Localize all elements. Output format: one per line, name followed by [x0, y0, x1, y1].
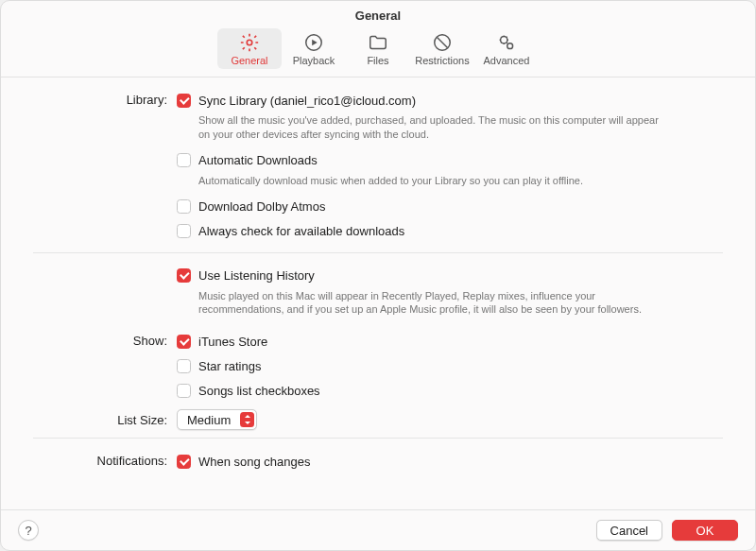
songs-list-checkboxes-label: Songs list checkboxes: [198, 384, 320, 398]
song-changes-label: When song changes: [198, 455, 311, 469]
footer: ? Cancel OK: [1, 509, 755, 550]
tab-label: Playback: [293, 55, 335, 66]
tab-general[interactable]: General: [217, 28, 282, 69]
download-atmos-checkbox[interactable]: [177, 199, 191, 214]
songs-list-checkboxes-checkbox[interactable]: [177, 384, 191, 398]
tab-label: Files: [367, 55, 388, 66]
auto-downloads-checkbox[interactable]: [177, 153, 191, 167]
auto-downloads-desc: Automatically download music when added …: [198, 174, 662, 188]
divider: [33, 438, 723, 439]
divider: [33, 252, 723, 253]
help-label: ?: [25, 524, 31, 538]
listening-history-label: Use Listening History: [198, 268, 315, 283]
tab-label: Restrictions: [415, 55, 469, 66]
ok-label: OK: [696, 524, 714, 538]
song-changes-checkbox[interactable]: [177, 455, 191, 469]
svg-point-0: [247, 40, 252, 45]
tab-playback[interactable]: Playback: [282, 28, 346, 69]
list-size-select[interactable]: Medium: [177, 409, 257, 430]
show-row: Show: iTunes Store Star ratings Songs li…: [33, 332, 723, 404]
check-available-downloads-label: Always check for available downloads: [198, 224, 404, 238]
list-size-value: Medium: [187, 413, 231, 427]
check-available-downloads-checkbox[interactable]: [177, 224, 191, 238]
auto-downloads-label: Automatic Downloads: [198, 153, 318, 167]
history-row: Use Listening History Music played on th…: [33, 267, 723, 327]
itunes-store-label: iTunes Store: [198, 335, 267, 349]
svg-point-3: [501, 37, 507, 43]
list-size-row: List Size: Medium: [33, 409, 723, 430]
listening-history-desc: Music played on this Mac will appear in …: [198, 289, 662, 318]
itunes-store-checkbox[interactable]: [177, 335, 191, 349]
cancel-label: Cancel: [610, 524, 648, 538]
folder-icon: [368, 32, 388, 53]
window-title: General: [1, 1, 755, 26]
library-label: Library:: [33, 91, 177, 107]
chevron-updown-icon: [240, 412, 254, 427]
content-area: Library: Sync Library (daniel_rico1@iclo…: [1, 77, 755, 509]
gear-icon: [239, 32, 260, 53]
sync-library-checkbox[interactable]: [177, 94, 191, 108]
tab-label: General: [231, 55, 267, 66]
tab-advanced[interactable]: Advanced: [474, 28, 539, 69]
svg-point-4: [507, 43, 513, 49]
help-button[interactable]: ?: [18, 520, 39, 541]
star-ratings-label: Star ratings: [198, 359, 261, 373]
notifications-label: Notifications:: [33, 452, 177, 468]
advanced-icon: [496, 32, 517, 53]
listening-history-checkbox[interactable]: [177, 268, 191, 283]
library-row: Library: Sync Library (daniel_rico1@iclo…: [33, 91, 723, 245]
tab-files[interactable]: Files: [346, 28, 410, 69]
notifications-row: Notifications: When song changes: [33, 452, 723, 474]
restrictions-icon: [432, 32, 453, 53]
cancel-button[interactable]: Cancel: [596, 520, 662, 541]
preferences-window: General General Playback: [0, 0, 756, 551]
show-label: Show:: [33, 332, 177, 348]
ok-button[interactable]: OK: [672, 520, 738, 541]
play-icon: [303, 32, 324, 53]
sync-library-label: Sync Library (daniel_rico1@icloud.com): [198, 94, 416, 108]
list-size-label: List Size:: [33, 409, 177, 427]
download-atmos-label: Download Dolby Atmos: [198, 199, 325, 214]
star-ratings-checkbox[interactable]: [177, 359, 191, 373]
sync-library-desc: Show all the music you've added, purchas…: [198, 113, 662, 142]
toolbar: General Playback Files: [1, 26, 755, 77]
tab-restrictions[interactable]: Restrictions: [410, 28, 474, 69]
tab-label: Advanced: [484, 55, 530, 66]
